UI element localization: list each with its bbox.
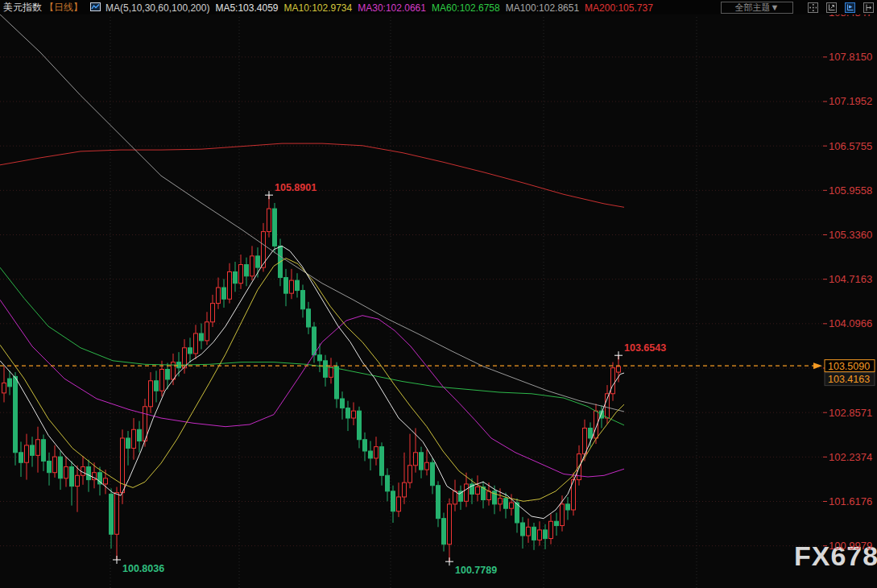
candle bbox=[352, 411, 356, 418]
extreme-price-label: 100.7789 bbox=[455, 565, 497, 576]
candle bbox=[397, 497, 401, 511]
ma200-line bbox=[0, 143, 624, 207]
axis-tick-label: 102.2374 bbox=[829, 451, 872, 463]
candle bbox=[87, 467, 91, 480]
candle bbox=[374, 447, 379, 458]
ma-lines bbox=[0, 14, 624, 519]
pan-latest-icon[interactable] bbox=[863, 2, 874, 13]
candle bbox=[126, 438, 130, 448]
candle bbox=[76, 475, 80, 486]
candle bbox=[346, 408, 350, 418]
axis-tick-label: 105.3360 bbox=[829, 229, 872, 241]
ma5-value: MA5:103.4059 bbox=[215, 2, 278, 14]
candle bbox=[442, 519, 446, 545]
ma10-line bbox=[0, 259, 624, 502]
ma60-value: MA60:102.6758 bbox=[432, 2, 500, 14]
candle bbox=[155, 381, 159, 391]
candle bbox=[166, 370, 170, 379]
candle bbox=[606, 394, 610, 418]
candle bbox=[425, 462, 429, 470]
axis-tick-label: 102.8571 bbox=[829, 407, 872, 419]
auto-scale-icon[interactable] bbox=[845, 2, 855, 13]
ma5-line bbox=[0, 246, 624, 518]
gridlines bbox=[0, 13, 823, 588]
ma30-line bbox=[0, 300, 624, 477]
candle bbox=[104, 478, 108, 484]
candle bbox=[431, 462, 435, 485]
candle bbox=[544, 530, 548, 539]
candle bbox=[53, 457, 57, 473]
price-arrow-icon bbox=[813, 362, 822, 369]
candle bbox=[239, 265, 243, 284]
candle bbox=[70, 467, 74, 487]
candle bbox=[267, 209, 271, 231]
axis-tick-label: 107.8150 bbox=[829, 51, 872, 63]
candle bbox=[98, 473, 102, 484]
candle bbox=[532, 527, 536, 540]
candle bbox=[81, 467, 85, 476]
candle bbox=[284, 278, 288, 294]
candle bbox=[59, 457, 63, 478]
candle bbox=[555, 521, 559, 525]
candle bbox=[527, 527, 531, 536]
candle bbox=[341, 399, 345, 408]
candle bbox=[510, 503, 514, 508]
theme-dropdown[interactable]: 全部主题▼ bbox=[721, 2, 793, 14]
candle bbox=[549, 521, 553, 538]
candle bbox=[25, 445, 29, 462]
candle bbox=[363, 440, 367, 451]
candle bbox=[290, 280, 294, 293]
candle bbox=[436, 486, 441, 519]
candle bbox=[453, 491, 457, 504]
candle bbox=[504, 499, 508, 508]
ma10-value: MA10:102.9734 bbox=[283, 2, 352, 14]
candle bbox=[234, 271, 238, 283]
candle bbox=[448, 504, 452, 545]
candle bbox=[312, 327, 316, 355]
candle bbox=[391, 491, 395, 511]
candle bbox=[194, 333, 198, 354]
candle bbox=[611, 368, 615, 394]
candle bbox=[617, 366, 621, 372]
candle bbox=[42, 440, 46, 462]
candle bbox=[132, 429, 136, 448]
extreme-price-label: 100.8036 bbox=[122, 563, 164, 574]
current-price-tag: 103.5090 bbox=[828, 361, 870, 372]
candle bbox=[498, 499, 503, 504]
period-label: 【日线】 bbox=[44, 1, 83, 14]
axis-tick-label: 104.7163 bbox=[829, 273, 872, 285]
candles-series bbox=[2, 195, 621, 561]
candle bbox=[245, 265, 249, 276]
candle bbox=[324, 361, 328, 377]
candlestick-chart[interactable]: FX678105.8901103.6543100.8036100.7789108… bbox=[0, 0, 877, 588]
candle bbox=[538, 530, 542, 540]
candle bbox=[115, 493, 119, 535]
candle bbox=[200, 333, 204, 341]
candle bbox=[420, 453, 424, 470]
chart-window: 美元指数 【日线】 MA(5,10,30,60,100,200) MA5:103… bbox=[0, 0, 877, 588]
candle bbox=[149, 381, 153, 407]
candle bbox=[2, 383, 6, 392]
candle bbox=[307, 309, 311, 327]
candle bbox=[8, 379, 12, 387]
candle bbox=[335, 366, 339, 399]
candle bbox=[386, 475, 390, 491]
candle bbox=[318, 355, 322, 361]
candle bbox=[380, 447, 384, 476]
candle bbox=[228, 271, 232, 299]
candle bbox=[476, 487, 480, 494]
candle bbox=[110, 494, 114, 534]
crosshair-grid-icon[interactable] bbox=[808, 2, 818, 13]
candle bbox=[188, 348, 192, 354]
candle bbox=[256, 256, 260, 267]
extreme-price-label: 105.8901 bbox=[275, 182, 316, 193]
ma200-value: MA200:105.737 bbox=[585, 2, 653, 14]
scale-frame-icon[interactable] bbox=[826, 2, 837, 13]
candle bbox=[138, 429, 142, 441]
current-price-line bbox=[0, 362, 822, 369]
candle bbox=[296, 280, 300, 290]
secondary-price-tag: 103.4163 bbox=[828, 374, 870, 385]
price-tags: 103.5090103.4163 bbox=[825, 360, 875, 386]
axis-tick-label: 100.9979 bbox=[829, 540, 872, 552]
candle bbox=[583, 429, 587, 454]
